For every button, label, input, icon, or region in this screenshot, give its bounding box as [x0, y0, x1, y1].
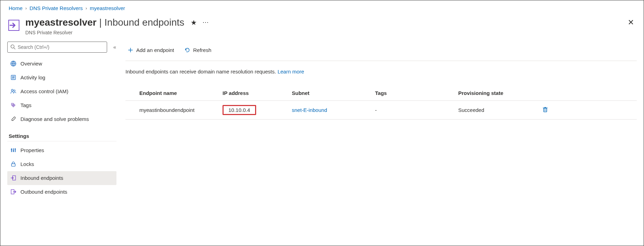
sidebar: « Overview Activity log Access control (…	[0, 42, 116, 199]
sidebar-item-label: Diagnose and solve problems	[20, 116, 89, 122]
svg-point-17	[12, 150, 14, 151]
people-icon	[10, 88, 16, 95]
col-header-subnet: Subnet	[292, 90, 375, 96]
svg-point-12	[12, 104, 13, 105]
search-input[interactable]	[18, 44, 104, 50]
button-label: Add an endpoint	[136, 47, 174, 53]
sidebar-item-label: Locks	[20, 161, 34, 167]
favorite-star-icon[interactable]: ★	[191, 18, 197, 27]
resource-type: DNS Private Resolver	[25, 30, 636, 35]
table-header-row: Endpoint name IP address Subnet Tags Pro…	[125, 86, 637, 101]
sidebar-item-locks[interactable]: Locks	[7, 157, 116, 171]
endpoints-table: Endpoint name IP address Subnet Tags Pro…	[125, 86, 637, 120]
sidebar-item-diagnose[interactable]: Diagnose and solve problems	[7, 112, 116, 126]
toolbar: Add an endpoint Refresh	[125, 42, 637, 61]
svg-rect-24	[544, 108, 547, 112]
search-icon	[10, 44, 16, 50]
inbound-icon	[10, 175, 16, 181]
cell-endpoint-name: myeastinboundendpoint	[139, 107, 223, 113]
svg-point-16	[11, 149, 12, 150]
cell-subnet-link[interactable]: snet-E-inbound	[292, 107, 375, 113]
sidebar-item-label: Overview	[20, 61, 42, 67]
sidebar-search[interactable]	[7, 42, 107, 53]
sidebar-item-overview[interactable]: Overview	[7, 57, 116, 71]
breadcrumb-resolvers[interactable]: DNS Private Resolvers	[29, 5, 82, 11]
sidebar-item-properties[interactable]: Properties	[7, 143, 116, 157]
outbound-icon	[10, 189, 16, 195]
resource-icon	[8, 19, 21, 32]
learn-more-link[interactable]: Learn more	[278, 69, 304, 74]
delete-row-button[interactable]	[542, 106, 548, 114]
sidebar-item-label: Access control (IAM)	[20, 88, 68, 94]
blade-name: Inbound endpoints	[104, 17, 184, 28]
sidebar-item-label: Activity log	[20, 74, 45, 80]
svg-point-1	[11, 45, 14, 48]
plus-icon	[128, 47, 133, 53]
tag-icon	[10, 102, 16, 108]
sidebar-item-label: Properties	[20, 147, 44, 153]
globe-icon	[10, 61, 16, 67]
sidebar-item-outbound-endpoints[interactable]: Outbound endpoints	[7, 185, 116, 199]
ip-highlight: 10.10.0.4	[223, 105, 256, 115]
page-title: myeastresolver | Inbound endpoints ★ ⋯	[25, 17, 636, 28]
breadcrumb-home[interactable]: Home	[9, 5, 23, 11]
sidebar-item-inbound-endpoints[interactable]: Inbound endpoints	[7, 171, 116, 185]
main-content: Add an endpoint Refresh Inbound endpoint…	[116, 42, 644, 199]
svg-line-2	[14, 48, 15, 49]
divider	[125, 61, 637, 61]
sidebar-item-activity-log[interactable]: Activity log	[7, 71, 116, 85]
refresh-button[interactable]: Refresh	[182, 46, 214, 54]
sidebar-item-access-control[interactable]: Access control (IAM)	[7, 85, 116, 98]
refresh-icon	[184, 47, 190, 53]
col-header-tags: Tags	[375, 90, 458, 96]
button-label: Refresh	[193, 47, 211, 53]
cell-ip-address: 10.10.0.4	[223, 105, 292, 115]
sidebar-item-label: Inbound endpoints	[20, 175, 63, 181]
col-header-ip: IP address	[223, 90, 292, 96]
close-icon[interactable]: ✕	[628, 18, 634, 27]
svg-point-10	[11, 89, 13, 91]
breadcrumb-current[interactable]: myeastresolver	[90, 5, 125, 11]
breadcrumb: Home › DNS Private Resolvers › myeastres…	[0, 0, 644, 15]
col-header-name: Endpoint name	[139, 90, 223, 96]
wrench-icon	[10, 116, 16, 122]
chevron-right-icon: ›	[86, 6, 87, 11]
more-actions-icon[interactable]: ⋯	[202, 19, 209, 26]
trash-icon	[542, 106, 548, 113]
svg-point-18	[15, 149, 16, 150]
chevron-right-icon: ›	[25, 6, 27, 11]
properties-icon	[10, 147, 16, 153]
table-row: myeastinboundendpoint 10.10.0.4 snet-E-i…	[125, 101, 637, 120]
page-header: myeastresolver | Inbound endpoints ★ ⋯ D…	[0, 15, 644, 42]
lock-icon	[10, 161, 16, 167]
cell-state: Succeeded	[458, 107, 528, 113]
col-header-state: Provisioning state	[458, 90, 528, 96]
cell-tags: -	[375, 107, 458, 113]
resource-name: myeastresolver	[25, 17, 96, 28]
svg-rect-19	[11, 164, 15, 166]
sidebar-section-settings: Settings	[9, 133, 116, 139]
log-icon	[10, 74, 16, 81]
sidebar-item-tags[interactable]: Tags	[7, 98, 116, 112]
add-endpoint-button[interactable]: Add an endpoint	[125, 46, 176, 54]
divider	[7, 141, 116, 141]
sidebar-item-label: Tags	[20, 102, 32, 108]
description-text: Inbound endpoints can receive domain nam…	[125, 69, 637, 74]
svg-point-11	[14, 90, 15, 91]
collapse-sidebar-icon[interactable]: «	[113, 44, 115, 50]
sidebar-item-label: Outbound endpoints	[20, 189, 67, 195]
